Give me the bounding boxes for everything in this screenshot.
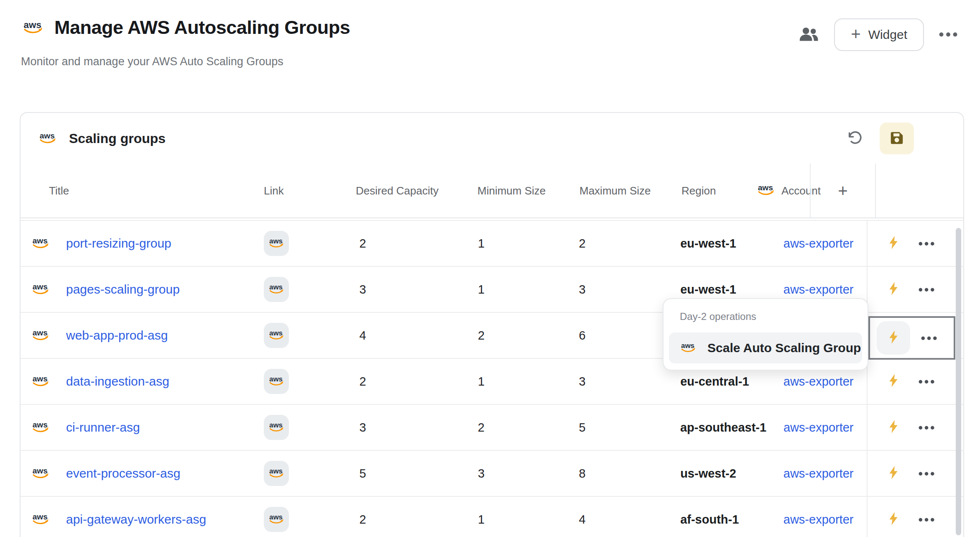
row-account-link[interactable]: aws-exporter [783, 283, 854, 297]
row-link-badge[interactable]: aws [264, 507, 289, 532]
row-title-link[interactable]: event-processor-asg [66, 466, 180, 481]
table-row: aws ci-runner-asg aws 3 2 5 ap-southeast… [20, 405, 963, 451]
row-maximum-size: 4 [578, 497, 679, 537]
row-minimum-size: 3 [475, 451, 578, 496]
lightning-bolt-icon[interactable] [888, 419, 899, 435]
lightning-bolt-icon[interactable] [888, 465, 899, 481]
lightning-bolt-icon[interactable] [888, 511, 899, 527]
row-link-badge[interactable]: aws [264, 415, 289, 440]
row-minimum-size: 1 [475, 221, 578, 266]
table-header-row: Title Link Desired Capacity Minimum Size… [20, 164, 963, 218]
row-action-cell [867, 221, 963, 266]
header-actions: + Widget [799, 18, 957, 51]
row-menu-ellipsis-icon[interactable] [919, 378, 934, 385]
svg-text:aws: aws [269, 513, 283, 521]
page-subtitle: Monitor and manage your AWS Auto Scaling… [21, 55, 283, 68]
aws-icon: aws [30, 327, 51, 343]
aws-icon: aws [267, 420, 286, 435]
column-header-account[interactable]: aws Account [754, 182, 810, 199]
row-link-badge[interactable]: aws [264, 461, 289, 486]
svg-text:aws: aws [33, 512, 48, 521]
row-minimum-size: 1 [475, 267, 578, 312]
row-menu-ellipsis-icon[interactable] [919, 470, 934, 477]
row-account-link[interactable]: aws-exporter [783, 467, 854, 481]
people-icon[interactable] [799, 27, 819, 43]
row-region: af-south-1 [679, 497, 753, 537]
row-menu-ellipsis-icon[interactable] [919, 240, 934, 247]
vertical-scrollbar[interactable] [956, 228, 961, 535]
popup-section-label: Day-2 operations [680, 311, 862, 322]
column-header-desired-capacity[interactable]: Desired Capacity [355, 184, 476, 197]
svg-text:aws: aws [33, 328, 48, 337]
row-action-cell [867, 451, 963, 496]
row-account-link[interactable]: aws-exporter [783, 237, 854, 251]
refresh-button[interactable] [846, 130, 863, 148]
row-link-badge[interactable]: aws [264, 277, 289, 302]
page-menu-button[interactable] [939, 32, 957, 38]
row-maximum-size: 8 [578, 451, 679, 496]
table-row: aws port-resizing-group aws 2 1 2 eu-wes… [20, 221, 963, 267]
row-title-link[interactable]: ci-runner-asg [66, 420, 140, 435]
page-title: Manage AWS Autoscaling Groups [54, 17, 350, 38]
row-maximum-size: 5 [577, 405, 679, 450]
row-link-badge[interactable]: aws [264, 231, 289, 256]
lightning-bolt-icon[interactable] [888, 235, 899, 251]
save-icon [889, 130, 905, 147]
save-button[interactable] [880, 123, 914, 154]
add-column-button[interactable]: + [810, 164, 876, 218]
row-menu-ellipsis-icon[interactable] [919, 516, 934, 523]
row-menu-ellipsis-icon[interactable] [921, 334, 937, 342]
card-header: aws Scaling groups [20, 113, 963, 164]
svg-text:aws: aws [33, 420, 48, 429]
row-menu-ellipsis-icon[interactable] [919, 424, 934, 431]
aws-icon: aws [267, 374, 286, 389]
row-account-link[interactable]: aws-exporter [783, 375, 854, 389]
aws-icon: aws [30, 511, 51, 527]
plus-icon: + [851, 26, 860, 42]
row-maximum-size: 2 [578, 221, 679, 266]
row-title-link[interactable]: data-ingestion-asg [66, 374, 169, 389]
column-header-maximum-size[interactable]: Maximum Size [579, 184, 680, 197]
lightning-bolt-icon[interactable] [888, 373, 899, 389]
svg-text:aws: aws [33, 236, 48, 245]
scale-auto-scaling-group-item[interactable]: aws Scale Auto Scaling Group [669, 332, 862, 363]
lightning-bolt-icon[interactable] [877, 321, 910, 355]
row-desired-capacity: 4 [355, 313, 475, 358]
table-row: aws api-gateway-workers-asg aws 2 1 4 af… [20, 497, 963, 537]
svg-text:aws: aws [681, 342, 694, 350]
aws-icon: aws [21, 18, 45, 37]
row-menu-ellipsis-icon[interactable] [919, 286, 934, 293]
row-title-link[interactable]: port-resizing-group [66, 236, 171, 251]
svg-text:aws: aws [269, 283, 283, 291]
aws-icon: aws [267, 236, 286, 251]
row-action-cell [867, 313, 963, 358]
row-link-badge[interactable]: aws [264, 323, 289, 348]
add-widget-button[interactable]: + Widget [834, 18, 924, 51]
row-action-cell [867, 359, 963, 404]
card-title: Scaling groups [69, 131, 166, 146]
aws-icon: aws [37, 130, 58, 146]
column-header-region[interactable]: Region [680, 184, 754, 197]
aws-icon: aws [267, 328, 286, 343]
row-account-link[interactable]: aws-exporter [783, 421, 854, 435]
lightning-bolt-icon[interactable] [888, 281, 899, 297]
aws-icon: aws [267, 282, 286, 297]
column-header-link[interactable]: Link [263, 184, 355, 197]
row-account-link[interactable]: aws-exporter [783, 513, 854, 527]
aws-icon: aws [30, 281, 51, 297]
ellipsis-icon [939, 32, 957, 38]
row-title-link[interactable]: web-app-prod-asg [66, 328, 168, 343]
row-desired-capacity: 3 [355, 267, 475, 312]
row-region: eu-west-1 [679, 221, 753, 266]
column-header-title[interactable]: Title [20, 184, 263, 197]
aws-icon: aws [30, 465, 51, 481]
column-header-minimum-size[interactable]: Minimum Size [476, 184, 579, 197]
row-title-link[interactable]: api-gateway-workers-asg [66, 512, 206, 527]
row-title-link[interactable]: pages-scaling-group [66, 282, 180, 297]
row-link-badge[interactable]: aws [264, 369, 289, 394]
aws-icon: aws [267, 466, 286, 481]
svg-text:aws: aws [269, 237, 283, 245]
svg-text:aws: aws [33, 466, 48, 475]
row-desired-capacity: 3 [354, 405, 475, 450]
aws-icon: aws [30, 419, 51, 435]
